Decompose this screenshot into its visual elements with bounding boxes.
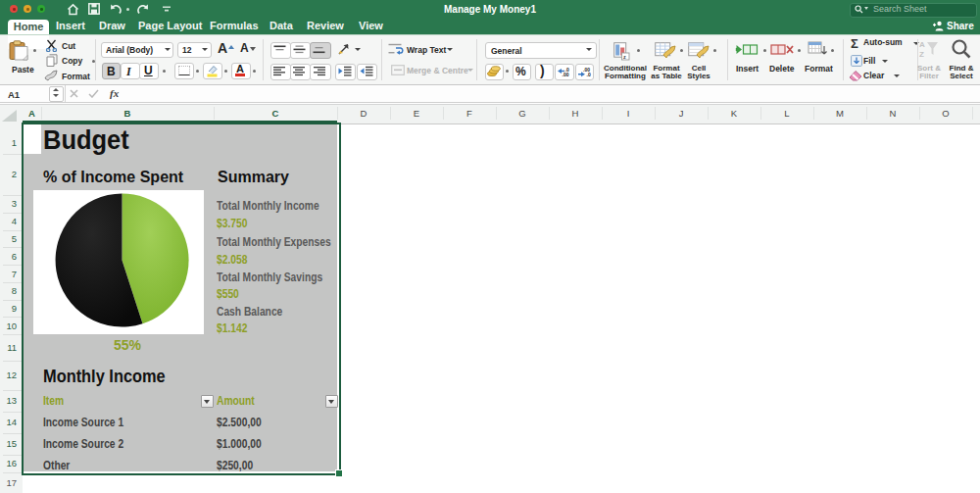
- svg-text:A: A: [919, 40, 925, 49]
- svg-text:.0: .0: [586, 72, 590, 77]
- svg-text:Z: Z: [919, 50, 924, 59]
- svg-text:.00: .00: [563, 72, 569, 77]
- svg-text:z: z: [623, 54, 626, 60]
